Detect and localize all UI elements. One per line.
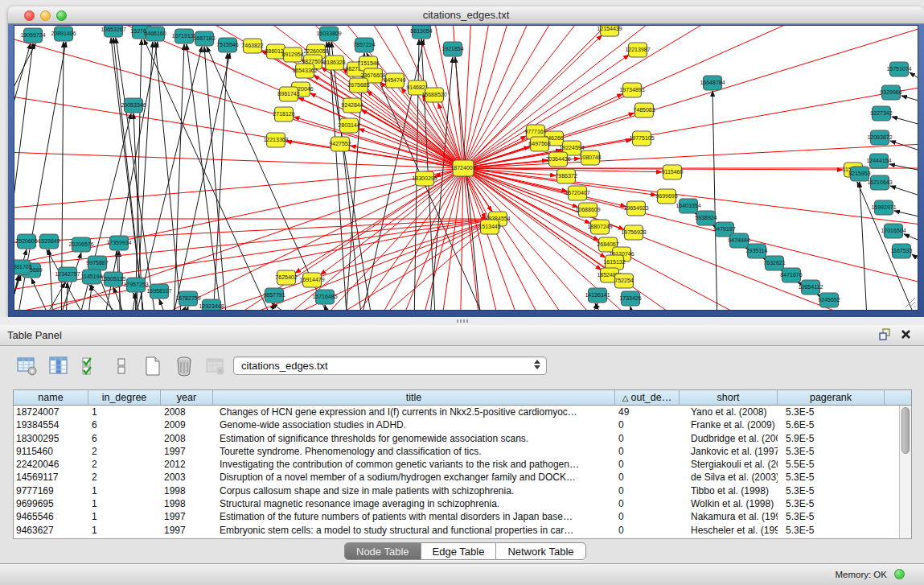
graph-node-15992971[interactable]: 15992971 <box>871 200 896 215</box>
graph-node-12342757[interactable]: 12342757 <box>55 267 80 282</box>
graph-node-8912954[interactable]: 8912954 <box>281 47 303 62</box>
graph-node-2803144[interactable]: 2803144 <box>338 118 359 133</box>
graph-node-1615132[interactable]: 1615132 <box>603 255 625 270</box>
graph-node-7857224[interactable]: 7857224 <box>353 38 375 52</box>
graph-node-1733426[interactable]: 1733426 <box>619 291 641 306</box>
graph-node-16720407[interactable]: 16720407 <box>565 186 589 200</box>
window-titlebar[interactable]: citations_edges.txt <box>8 6 924 24</box>
graph-node-18300295[interactable]: 18300295 <box>412 171 437 186</box>
graph-node-12213363[interactable]: 12213363 <box>263 133 288 147</box>
graph-node-12213987[interactable]: 12213987 <box>625 43 650 57</box>
delete-attribute-icon[interactable] <box>173 355 195 377</box>
graph-node-7986372[interactable]: 7986372 <box>555 169 577 183</box>
graph-node-12093872[interactable]: 12093872 <box>867 130 892 145</box>
graph-node-10653267[interactable]: 10653267 <box>101 26 125 37</box>
graph-node-9699695[interactable]: 9699695 <box>655 189 677 204</box>
column-visibility-icon[interactable] <box>47 355 70 377</box>
graph-node-20364436[interactable]: 20364436 <box>545 152 570 167</box>
graph-node-1145194[interactable]: 1145194 <box>81 270 103 284</box>
graph-node-10654112[interactable]: 10654112 <box>799 280 823 295</box>
table-selector-dropdown[interactable]: citations_edges.txt <box>233 356 547 375</box>
column-header-year[interactable]: year <box>161 390 213 405</box>
column-header-out_de[interactable]: △out_de… <box>615 390 680 405</box>
row-selection-icon[interactable] <box>79 355 101 377</box>
graph-node-9227342[interactable]: 9227342 <box>870 106 892 121</box>
graph-node-1513445[interactable]: 1513445 <box>478 220 500 234</box>
canvas-resize-grip-icon[interactable] <box>902 295 917 309</box>
graph-node-2718126[interactable]: 2718126 <box>273 107 294 122</box>
graph-node-7632621[interactable]: 7632621 <box>763 256 785 270</box>
graph-node-16648784[interactable]: 16648784 <box>700 76 725 90</box>
table-row[interactable]: 946362711997Embryonic stem cells: a mode… <box>14 524 911 537</box>
table-row[interactable]: 969969511998Structural magnetic resonanc… <box>14 497 911 510</box>
graph-node-9115460[interactable]: 9115460 <box>662 165 684 179</box>
graph-node-16782759[interactable]: 16782759 <box>175 291 200 306</box>
graph-node-19775105[interactable]: 19775105 <box>629 131 654 146</box>
delete-table-icon[interactable] <box>204 355 227 377</box>
graph-node-8454749[interactable]: 8454749 <box>384 73 405 88</box>
column-header-short[interactable]: short <box>680 390 778 405</box>
table-options-icon[interactable] <box>16 355 39 377</box>
graph-node-6497568[interactable]: 6497568 <box>528 137 550 151</box>
graph-node-7463822[interactable]: 7463822 <box>241 39 263 53</box>
graph-node-14136141[interactable]: 14136141 <box>585 288 610 303</box>
graph-node-15716485[interactable]: 15716485 <box>312 290 337 304</box>
table-row[interactable]: 1872400712008Changes of HCN gene express… <box>14 406 911 418</box>
table-scrollbar[interactable] <box>899 406 911 538</box>
graph-node-9329966[interactable]: 9329966 <box>880 85 901 100</box>
float-panel-icon[interactable] <box>879 328 891 340</box>
graph-node-1529849[interactable]: 1529849 <box>38 234 60 249</box>
graph-node-12444154[interactable]: 12444154 <box>866 154 891 168</box>
graph-node-12154439[interactable]: 12154439 <box>597 26 622 36</box>
table-row[interactable]: 977716911998Corpus callosum shape and si… <box>14 484 911 497</box>
column-header-name[interactable]: name <box>14 390 88 405</box>
graph-node-7485083[interactable]: 7485083 <box>633 103 655 117</box>
graph-node-17359934[interactable]: 17359934 <box>106 236 131 250</box>
graph-node-7515546[interactable]: 7515546 <box>216 38 238 52</box>
row-list-icon[interactable] <box>110 355 133 377</box>
graph-node-8186328[interactable]: 8186328 <box>323 56 345 70</box>
network-canvas[interactable]: 7463822886012889129542226005898275051654… <box>14 25 918 311</box>
graph-node-9427552[interactable]: 9427552 <box>329 137 351 151</box>
graph-node-20206576[interactable]: 20206576 <box>68 237 93 252</box>
graph-node-7625402[interactable]: 7625402 <box>275 270 297 285</box>
graph-node-2935114[interactable]: 2935114 <box>746 244 768 258</box>
table-row[interactable]: 911546021997Tourette syndrome. Phenomeno… <box>14 445 911 458</box>
graph-node-19756928[interactable]: 19756928 <box>621 225 646 240</box>
network-graph[interactable]: 7463822886012889129542226005898275051654… <box>14 26 918 311</box>
column-header-in_degree[interactable]: in_degree <box>88 390 161 405</box>
table-row[interactable]: 2242004622012Investigating the contribut… <box>14 458 911 471</box>
graph-node-17016504[interactable]: 17016504 <box>881 224 906 238</box>
graph-node-19734893[interactable]: 19734893 <box>619 83 644 97</box>
table-row[interactable]: 946554611997Estimation of the future num… <box>14 510 911 523</box>
graph-node-16958107[interactable]: 16958107 <box>146 284 171 299</box>
graph-node-16210643[interactable]: 16210643 <box>867 175 892 190</box>
graph-node-1881705[interactable]: 1881705 <box>14 260 32 274</box>
graph-node-752254[interactable]: 752254 <box>614 274 633 288</box>
graph-node-9245652[interactable]: 9245652 <box>818 293 840 307</box>
graph-node-8961743[interactable]: 8961743 <box>277 87 299 101</box>
splitter-grip-icon[interactable] <box>457 319 468 323</box>
close-panel-icon[interactable] <box>901 329 911 340</box>
graph-node-19055724[interactable]: 19055724 <box>20 28 45 43</box>
graph-node-15688520[interactable]: 15688520 <box>421 88 446 102</box>
graph-node-9975887[interactable]: 9975887 <box>86 256 108 270</box>
graph-node-20891406[interactable]: 20891406 <box>51 27 76 41</box>
table-row[interactable]: 1938455462009Genome-wide association stu… <box>14 418 911 431</box>
new-attribute-icon[interactable] <box>142 355 164 377</box>
graph-node-9242844[interactable]: 9242844 <box>341 98 363 113</box>
graph-node-1667183[interactable]: 1667183 <box>193 31 215 46</box>
graph-node-16914479[interactable]: 16914479 <box>299 273 324 287</box>
column-header-title[interactable]: title <box>213 390 615 405</box>
graph-node-8471676[interactable]: 8471676 <box>780 268 802 282</box>
graph-node-6466160[interactable]: 6466160 <box>144 27 166 41</box>
table-row[interactable]: 1830029562008Estimation of significance … <box>14 432 911 445</box>
scrollbar-thumb[interactable] <box>901 407 910 454</box>
column-header-pagerank[interactable]: pagerank <box>778 390 885 405</box>
graph-node-19654923[interactable]: 19654923 <box>623 201 648 216</box>
graph-node-5938924[interactable]: 5938924 <box>695 211 717 225</box>
graph-node-10688609[interactable]: 10688609 <box>575 203 600 217</box>
graph-node-9857791[interactable]: 9857791 <box>263 288 285 303</box>
graph-node-12923448[interactable]: 12923448 <box>199 299 224 311</box>
graph-node-18724007[interactable]: 18724007 <box>450 160 475 176</box>
